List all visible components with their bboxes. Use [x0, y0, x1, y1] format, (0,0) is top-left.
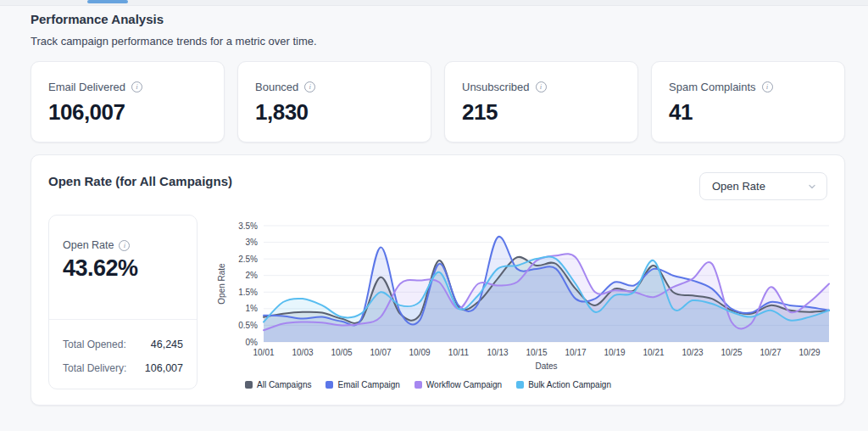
metric-dropdown-value: Open Rate	[712, 180, 765, 193]
svg-text:10/11: 10/11	[448, 348, 470, 357]
stat-label: Bounced	[255, 81, 298, 93]
stat-label: Unsubscribed	[462, 81, 530, 93]
legend-item-workflow-campaign[interactable]: Workflow Campaign	[415, 380, 502, 389]
page-title: Performance Analysis	[31, 12, 164, 26]
legend-swatch	[245, 381, 253, 389]
info-icon[interactable]: i	[119, 240, 130, 251]
svg-text:10/17: 10/17	[565, 348, 586, 357]
stat-value: 1,830	[255, 99, 414, 126]
svg-text:10/01: 10/01	[253, 348, 274, 357]
svg-text:10/09: 10/09	[409, 348, 430, 357]
legend-item-email-campaign[interactable]: Email Campaign	[326, 380, 399, 389]
legend-item-bulk-action-campaign[interactable]: Bulk Action Campaign	[516, 380, 611, 389]
svg-text:10/05: 10/05	[331, 348, 352, 357]
summary-label: Open Rate	[63, 239, 114, 251]
page-subtitle: Track campaign performance trends for a …	[31, 35, 317, 48]
stat-value: 215	[462, 99, 620, 126]
svg-text:2.5%: 2.5%	[238, 255, 258, 264]
chevron-down-icon	[808, 182, 816, 191]
svg-text:10/07: 10/07	[370, 348, 391, 357]
stat-label: Spam Complaints	[669, 81, 756, 93]
svg-text:1.5%: 1.5%	[238, 288, 258, 297]
svg-text:3.5%: 3.5%	[238, 221, 258, 231]
info-icon[interactable]: i	[304, 81, 315, 92]
chart-legend: All Campaigns Email Campaign Workflow Ca…	[245, 380, 611, 389]
active-tab-indicator	[87, 0, 128, 3]
stat-value: 41	[669, 99, 827, 126]
svg-text:10/29: 10/29	[798, 348, 820, 357]
svg-text:Dates: Dates	[535, 361, 557, 371]
svg-text:10/15: 10/15	[526, 348, 547, 357]
svg-text:10/23: 10/23	[682, 348, 703, 357]
summary-row-total-delivery: Total Delivery: 106,007	[63, 362, 183, 374]
metric-dropdown[interactable]: Open Rate	[699, 172, 827, 200]
svg-text:Open Rate: Open Rate	[217, 263, 226, 305]
legend-item-all-campaigns[interactable]: All Campaigns	[245, 380, 311, 389]
svg-text:10/19: 10/19	[604, 348, 625, 357]
stat-card-spam-complaints: Spam Complaints i 41	[651, 61, 845, 143]
open-rate-summary-panel: Open Rate i 43.62% Total Opened: 46,245 …	[48, 215, 198, 389]
svg-text:10/25: 10/25	[721, 348, 742, 357]
stat-value: 106,007	[48, 99, 207, 126]
summary-value: 43.62%	[63, 255, 183, 282]
chart-card: Open Rate (for All Campaigns) Open Rate …	[31, 154, 845, 406]
svg-text:2%: 2%	[246, 271, 259, 280]
info-icon[interactable]: i	[536, 81, 547, 92]
stat-card-unsubscribed: Unsubscribed i 215	[444, 61, 638, 143]
svg-text:0.5%: 0.5%	[238, 321, 258, 330]
chart-title: Open Rate (for All Campaigns)	[48, 174, 232, 188]
legend-swatch	[415, 381, 422, 389]
info-icon[interactable]: i	[131, 81, 142, 92]
top-strip	[0, 0, 868, 6]
svg-text:10/13: 10/13	[487, 348, 508, 357]
svg-text:3%: 3%	[246, 238, 259, 247]
svg-text:1%: 1%	[246, 304, 259, 313]
svg-text:10/27: 10/27	[760, 348, 781, 357]
svg-text:0%: 0%	[246, 338, 259, 347]
stat-card-email-delivered: Email Delivered i 106,007	[31, 61, 225, 143]
stat-card-bounced: Bounced i 1,830	[237, 61, 431, 143]
info-icon[interactable]: i	[762, 81, 773, 92]
legend-swatch	[326, 381, 333, 389]
open-rate-chart[interactable]: 0%0.5%1%1.5%2%2.5%3%3.5%10/0110/0310/051…	[213, 216, 844, 379]
summary-row-total-opened: Total Opened: 46,245	[63, 339, 183, 350]
stat-label: Email Delivered	[48, 81, 125, 93]
legend-swatch	[516, 381, 524, 389]
svg-text:10/21: 10/21	[643, 348, 664, 357]
svg-text:10/03: 10/03	[292, 348, 313, 357]
